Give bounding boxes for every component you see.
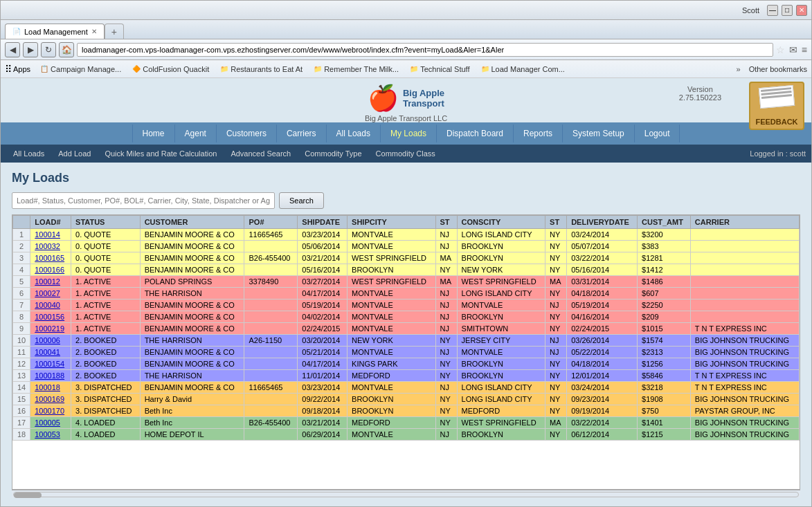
table-cell: 09/22/2014 — [298, 394, 348, 405]
load-number-link[interactable]: 100006 — [30, 335, 71, 347]
nav-home[interactable]: Home — [132, 125, 175, 142]
subnav-commodity-type[interactable]: Commodity Type — [298, 147, 368, 160]
table-cell: NJ — [435, 382, 457, 394]
bookmark-restaurants[interactable]: 📁 Restaurants to Eat At — [216, 64, 307, 75]
col-carrier[interactable]: CARRIER — [690, 216, 799, 229]
search-button[interactable]: Search — [279, 192, 324, 209]
more-bookmarks-button[interactable]: » — [732, 64, 745, 75]
apps-button[interactable]: ⠿ Apps — [5, 64, 30, 75]
table-cell: WEST SPRINGFIELD — [348, 276, 435, 288]
load-number-link[interactable]: 1000169 — [30, 394, 71, 405]
col-status[interactable]: STATUS — [71, 216, 141, 229]
active-tab[interactable]: 📄 Load Management ✕ — [5, 24, 105, 39]
row-number: 8 — [13, 311, 30, 323]
new-tab-button[interactable]: + — [105, 24, 124, 39]
load-number-link[interactable]: 1000156 — [30, 311, 71, 323]
table-cell: 0. QUOTE — [71, 264, 141, 276]
table-cell: 4. LOADED — [71, 417, 141, 429]
tab-close-button[interactable]: ✕ — [91, 28, 97, 35]
col-conscity[interactable]: CONSCITY — [457, 216, 545, 229]
load-number-link[interactable]: 100005 — [30, 417, 71, 429]
table-cell — [690, 299, 799, 311]
version-number: 2.75.150223 — [679, 93, 721, 102]
load-number-link[interactable]: 100041 — [30, 347, 71, 358]
home-button[interactable]: 🏠 — [59, 42, 74, 57]
load-number-link[interactable]: 1000154 — [30, 358, 71, 370]
back-button[interactable]: ◀ — [5, 42, 20, 57]
nav-dispatch-board[interactable]: Dispatch Board — [437, 125, 514, 142]
minimize-button[interactable]: — — [767, 5, 778, 16]
table-cell: NY — [545, 370, 567, 382]
table-cell: 05/06/2014 — [298, 241, 348, 252]
load-number-link[interactable]: 100014 — [30, 229, 71, 241]
col-shipst[interactable]: ST — [435, 216, 457, 229]
nav-all-loads[interactable]: All Loads — [327, 125, 381, 142]
load-number-link[interactable]: 100032 — [30, 241, 71, 252]
subnav-add-load[interactable]: Add Load — [51, 147, 98, 160]
close-button[interactable]: ✕ — [796, 5, 807, 16]
nav-reports[interactable]: Reports — [514, 125, 563, 142]
table-cell: MONTVALE — [348, 323, 435, 335]
bookmark-loadmanager[interactable]: 📁 Load Manager Com... — [477, 64, 569, 75]
subnav-advanced-search[interactable]: Advanced Search — [224, 147, 298, 160]
col-const[interactable]: ST — [545, 216, 567, 229]
load-number-link[interactable]: 1000165 — [30, 252, 71, 264]
col-shipdate[interactable]: SHIPDATE — [298, 216, 348, 229]
search-input[interactable] — [12, 192, 275, 209]
bookmark-coldfusion[interactable]: 🔶 ColdFusion Quackit — [128, 64, 213, 75]
table-cell — [690, 311, 799, 323]
feedback-paper — [759, 85, 795, 109]
table-cell — [244, 323, 298, 335]
table-cell: BIG JOHNSON TRUCKING — [690, 335, 799, 347]
table-cell: 09/23/2014 — [567, 394, 638, 405]
table-cell: 03/23/2014 — [298, 382, 348, 394]
col-po[interactable]: PO# — [244, 216, 298, 229]
load-number-link[interactable]: 1000219 — [30, 323, 71, 335]
load-number-link[interactable]: 100040 — [30, 299, 71, 311]
load-number-link[interactable]: 1000166 — [30, 264, 71, 276]
table-cell: LONG ISLAND CITY — [457, 288, 545, 299]
nav-customers[interactable]: Customers — [217, 125, 277, 142]
feedback-box[interactable]: FEEDBACK — [749, 82, 804, 130]
browser-menu-icon[interactable]: ≡ — [802, 44, 807, 55]
bookmark-campaign[interactable]: 📋 Campaign Manage... — [36, 64, 125, 75]
load-number-link[interactable]: 100053 — [30, 429, 71, 441]
col-shipcity[interactable]: SHIPCITY — [348, 216, 435, 229]
table-cell: 11/01/2014 — [298, 370, 348, 382]
col-load[interactable]: LOAD# — [30, 216, 71, 229]
load-number-link[interactable]: 100012 — [30, 276, 71, 288]
url-input[interactable] — [77, 43, 773, 57]
other-bookmarks-button[interactable]: Other bookmarks — [749, 65, 807, 73]
nav-my-loads[interactable]: My Loads — [381, 125, 437, 142]
table-cell: BENJAMIN MOORE & CO — [140, 241, 244, 252]
load-number-link[interactable]: 1000188 — [30, 370, 71, 382]
bookmark-star-icon[interactable]: ☆ — [776, 44, 785, 55]
nav-carriers[interactable]: Carriers — [277, 125, 327, 142]
bookmark-technical[interactable]: 📁 Technical Stuff — [406, 64, 473, 75]
maximize-button[interactable]: □ — [782, 5, 793, 16]
load-number-link[interactable]: 100027 — [30, 288, 71, 299]
table-cell: MEDFORD — [348, 417, 435, 429]
horizontal-scrollbar[interactable] — [12, 490, 800, 498]
forward-button[interactable]: ▶ — [23, 42, 38, 57]
nav-agent[interactable]: Agent — [175, 125, 217, 142]
table-cell: BENJAMIN MOORE & CO — [140, 323, 244, 335]
table-cell: NY — [435, 405, 457, 417]
subnav-quick-miles[interactable]: Quick Miles and Rate Calculation — [98, 147, 224, 160]
bookmark-remember[interactable]: 📁 Remember The Milk... — [309, 64, 403, 75]
table-cell: MONTVALE — [348, 311, 435, 323]
col-customer[interactable]: CUSTOMER — [140, 216, 244, 229]
bookmarks-bar: ⠿ Apps 📋 Campaign Manage... 🔶 ColdFusion… — [1, 60, 811, 78]
loads-table-wrapper[interactable]: LOAD# STATUS CUSTOMER PO# SHIPDATE SHIPC… — [12, 214, 800, 490]
load-number-link[interactable]: 1000170 — [30, 405, 71, 417]
nav-system-setup[interactable]: System Setup — [563, 125, 635, 142]
subnav-all-loads[interactable]: All Loads — [6, 147, 51, 160]
mail-icon[interactable]: ✉ — [789, 44, 797, 55]
table-cell: NJ — [545, 335, 567, 347]
reload-button[interactable]: ↻ — [41, 42, 56, 57]
subnav-commodity-class[interactable]: Commodity Class — [369, 147, 442, 160]
col-amt[interactable]: CUST_AMT — [638, 216, 691, 229]
nav-logout[interactable]: Logout — [635, 125, 680, 142]
col-delivdate[interactable]: DELIVERYDATE — [567, 216, 638, 229]
load-number-link[interactable]: 100018 — [30, 382, 71, 394]
